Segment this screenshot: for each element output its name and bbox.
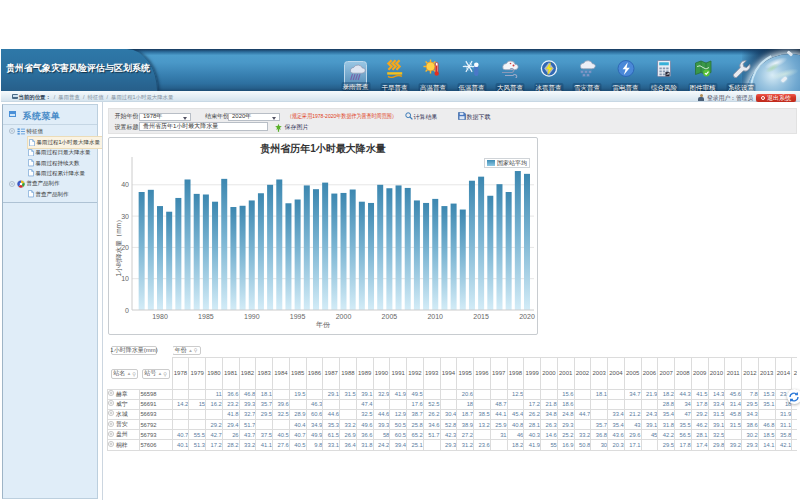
svg-text:2000: 2000: [336, 313, 352, 320]
svg-text:1995: 1995: [290, 313, 306, 320]
svg-text:2020: 2020: [519, 313, 535, 320]
svg-text:1990: 1990: [244, 313, 260, 320]
svg-text:2010: 2010: [427, 313, 443, 320]
svg-text:0: 0: [125, 307, 129, 314]
svg-text:2015: 2015: [473, 313, 489, 320]
svg-text:2005: 2005: [382, 313, 398, 320]
svg-text:1985: 1985: [198, 313, 214, 320]
svg-text:40: 40: [121, 181, 129, 188]
svg-text:1980: 1980: [152, 313, 168, 320]
